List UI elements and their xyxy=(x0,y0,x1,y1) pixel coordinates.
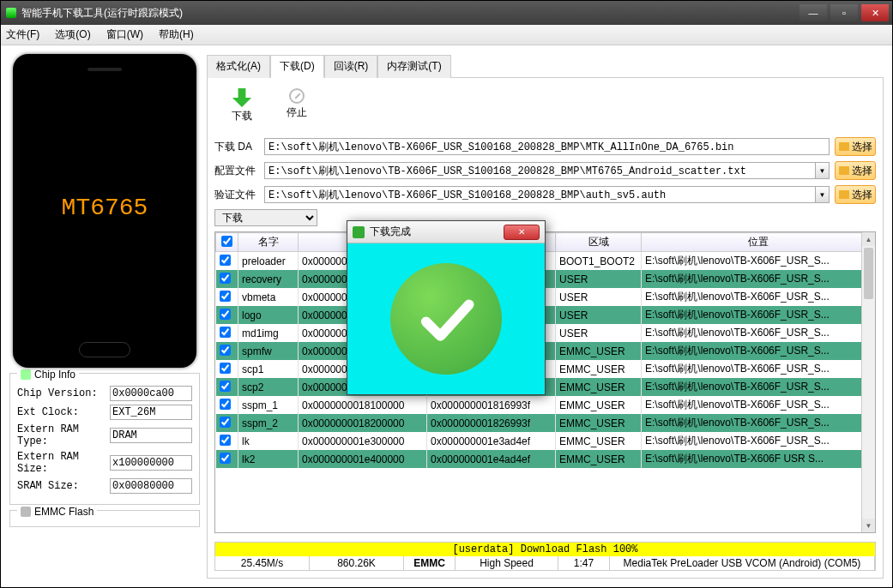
col-location[interactable]: 位置 xyxy=(642,233,875,252)
select-all-checkbox[interactable] xyxy=(221,236,232,247)
window-buttons: — ▫ ✕ xyxy=(799,4,892,21)
menu-help[interactable]: 帮助(H) xyxy=(159,27,194,42)
row-checkbox[interactable] xyxy=(220,363,231,374)
cell-location: E:\soft\刷机\lenovo\TB-X606F_USR_S... xyxy=(642,324,875,342)
stop-button[interactable]: 停止 xyxy=(287,88,307,123)
col-name[interactable]: 名字 xyxy=(238,233,299,252)
tab-memtest[interactable]: 内存测试(T) xyxy=(377,55,450,78)
complete-dialog: 下载完成 ✕ xyxy=(347,220,546,395)
row-checkbox[interactable] xyxy=(220,345,231,356)
cell-location: E:\soft\刷机\lenovo\TB-X606F_USR_S... xyxy=(642,432,875,450)
download-mode-select[interactable]: 下载 xyxy=(214,209,317,226)
tab-download[interactable]: 下载(D) xyxy=(270,55,324,78)
row-checkbox[interactable] xyxy=(220,273,231,284)
cfg-select-button[interactable]: 选择 xyxy=(835,161,876,180)
dialog-title: 下载完成 xyxy=(370,225,411,239)
ext-clock-field[interactable] xyxy=(110,405,192,420)
stop-icon xyxy=(289,88,305,104)
cell-location: E:\soft\刷机\lenovo\TB-X606F_USR_S... xyxy=(642,306,875,324)
phone-screen: MT6765 xyxy=(21,85,188,330)
cell-name: logo xyxy=(238,306,299,324)
phone-home-button xyxy=(79,342,130,357)
download-label: 下载 xyxy=(232,109,252,123)
row-checkbox[interactable] xyxy=(220,417,231,428)
cfg-dropdown[interactable]: ▼ xyxy=(816,162,830,179)
cell-region: EMMC_USER xyxy=(556,432,642,450)
cell-end: 0x000000001e4ad4ef xyxy=(427,450,556,468)
download-arrow-icon xyxy=(232,88,251,107)
menu-file[interactable]: 文件(F) xyxy=(6,27,39,42)
da-input[interactable] xyxy=(264,138,830,155)
auth-select-button[interactable]: 选择 xyxy=(835,185,876,204)
window-title: 智能手机下载工具(运行时跟踪模式) xyxy=(21,6,183,21)
status-mode: High Speed xyxy=(456,556,558,570)
cell-region: BOOT1_BOOT2 xyxy=(556,252,642,271)
tabs: 格式化(A) 下载(D) 回读(R) 内存测试(T) xyxy=(207,54,884,78)
stop-label: 停止 xyxy=(287,105,307,120)
row-checkbox[interactable] xyxy=(220,435,231,446)
cell-location: E:\soft\刷机\lenovo\TB-X606F USR S... xyxy=(642,450,875,468)
phone-speaker xyxy=(87,68,122,71)
close-button[interactable]: ✕ xyxy=(861,4,889,21)
scroll-thumb[interactable] xyxy=(864,248,873,299)
row-checkbox[interactable] xyxy=(220,399,231,410)
cell-start: 0x0000000018100000 xyxy=(299,396,427,414)
cell-region: EMMC_USER xyxy=(556,414,642,432)
table-row[interactable]: sspm_10x00000000181000000x00000000181699… xyxy=(216,396,875,414)
da-select-button[interactable]: 选择 xyxy=(835,137,876,156)
row-checkbox[interactable] xyxy=(220,453,231,464)
vertical-scrollbar[interactable]: ▲ ▼ xyxy=(861,232,875,532)
chip-info-title: Chip Info xyxy=(34,369,75,381)
auth-input[interactable] xyxy=(264,186,816,203)
menu-window[interactable]: 窗口(W) xyxy=(106,27,143,42)
folder-icon xyxy=(839,142,849,151)
table-row[interactable]: lk20x000000001e4000000x000000001e4ad4efE… xyxy=(216,450,875,468)
ram-type-field[interactable] xyxy=(110,428,192,443)
chip-info-group: Chip Info Chip Version: Ext Clock: Exter… xyxy=(9,373,200,505)
dialog-titlebar[interactable]: 下载完成 ✕ xyxy=(347,221,545,243)
row-checkbox[interactable] xyxy=(220,255,231,266)
auth-row: 验证文件 ▼ 选择 xyxy=(214,185,876,204)
chip-name: MT6765 xyxy=(62,195,148,221)
sram-field[interactable] xyxy=(110,478,192,494)
cell-name: scp2 xyxy=(238,378,299,396)
emmc-title: EMMC Flash xyxy=(34,506,94,518)
status-size: 860.26K xyxy=(310,556,404,570)
table-row[interactable]: lk0x000000001e3000000x000000001e3ad4efEM… xyxy=(216,432,875,450)
da-label: 下载 DA xyxy=(214,140,259,154)
toolbar: 下载 停止 xyxy=(214,85,876,132)
cell-end: 0x000000001e3ad4ef xyxy=(427,432,556,450)
row-checkbox[interactable] xyxy=(220,309,231,320)
cell-start: 0x0000000018200000 xyxy=(299,414,427,432)
dialog-close-button[interactable]: ✕ xyxy=(504,225,540,240)
col-region[interactable]: 区域 xyxy=(556,233,642,252)
cell-end: 0x000000001816993f xyxy=(427,396,556,414)
cfg-label: 配置文件 xyxy=(214,164,259,178)
tab-readback[interactable]: 回读(R) xyxy=(324,55,378,78)
row-checkbox[interactable] xyxy=(220,291,231,302)
menu-options[interactable]: 选项(O) xyxy=(55,27,90,42)
download-button[interactable]: 下载 xyxy=(232,88,252,123)
success-check-icon xyxy=(390,263,502,375)
cfg-input[interactable] xyxy=(264,162,816,179)
cell-location: E:\soft\刷机\lenovo\TB-X606F_USR_S... xyxy=(642,342,875,360)
cell-region: USER xyxy=(556,270,642,288)
minimize-button[interactable]: — xyxy=(799,4,827,21)
scroll-down-icon[interactable]: ▼ xyxy=(862,519,875,532)
ram-size-field[interactable] xyxy=(110,455,192,471)
auth-dropdown[interactable]: ▼ xyxy=(816,186,830,203)
row-checkbox[interactable] xyxy=(220,381,231,392)
tab-format[interactable]: 格式化(A) xyxy=(207,55,270,78)
cell-location: E:\soft\刷机\lenovo\TB-X606F_USR_S... xyxy=(642,378,875,396)
cell-start: 0x000000001e400000 xyxy=(299,450,427,468)
scroll-up-icon[interactable]: ▲ xyxy=(862,232,875,246)
status-speed: 25.45M/s xyxy=(215,556,310,570)
chip-version-field[interactable] xyxy=(110,386,192,401)
cell-region: EMMC_USER xyxy=(556,378,642,396)
maximize-button[interactable]: ▫ xyxy=(830,4,858,21)
titlebar[interactable]: 智能手机下载工具(运行时跟踪模式) — ▫ ✕ xyxy=(1,1,892,25)
table-row[interactable]: sspm_20x00000000182000000x00000000182699… xyxy=(216,414,875,432)
ram-size-label: Extern RAM Size: xyxy=(17,451,110,475)
ext-clock-label: Ext Clock: xyxy=(17,406,110,418)
row-checkbox[interactable] xyxy=(220,327,231,338)
